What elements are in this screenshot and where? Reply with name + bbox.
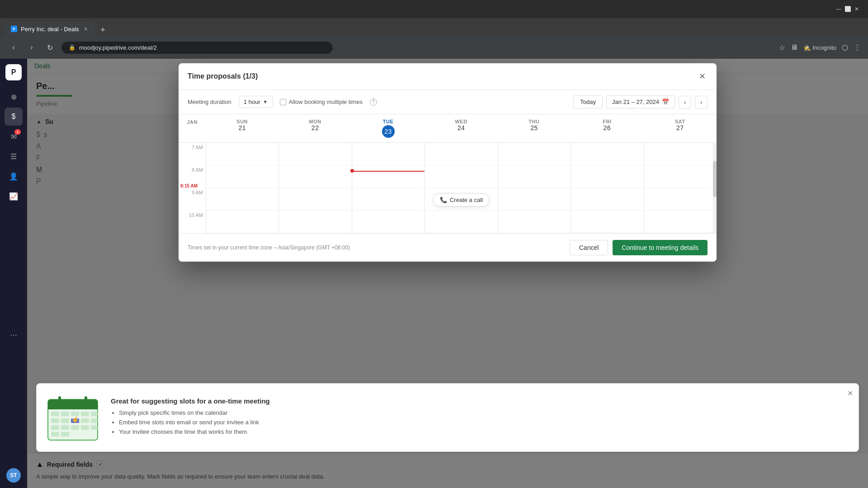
continue-button[interactable]: Continue to meeting details bbox=[613, 240, 708, 255]
scrollbar-thumb[interactable] bbox=[713, 161, 717, 197]
slot-thu-9am[interactable] bbox=[498, 188, 571, 211]
time-column: 7 AM 8 AM 8:15 AM 9 AM 10 AM bbox=[179, 143, 206, 233]
reload-button[interactable]: ↻ bbox=[43, 41, 56, 54]
sidebar-item-home[interactable]: ⊕ bbox=[5, 88, 23, 106]
month-label: JAN bbox=[179, 114, 206, 142]
mon-short: MON bbox=[278, 119, 351, 124]
day-col-fri[interactable] bbox=[571, 143, 643, 233]
current-time-label: 8:15 AM bbox=[180, 183, 198, 188]
prev-week-button[interactable]: ‹ bbox=[679, 96, 691, 108]
user-avatar[interactable]: ST bbox=[6, 468, 21, 483]
slot-sun-8am[interactable] bbox=[206, 165, 278, 188]
incognito-badge: 🕵 Incognito bbox=[803, 44, 836, 51]
slot-sun-9am[interactable] bbox=[206, 188, 278, 211]
slot-sat-9am[interactable] bbox=[644, 188, 717, 211]
slot-fri-7am[interactable] bbox=[571, 143, 643, 165]
slot-wed-8am[interactable] bbox=[425, 165, 497, 188]
day-col-sat[interactable] bbox=[644, 143, 717, 233]
slot-sat-8am[interactable] bbox=[644, 165, 717, 188]
back-button[interactable]: ‹ bbox=[7, 41, 20, 54]
new-tab-button[interactable]: + bbox=[97, 23, 109, 36]
tab-close-icon[interactable]: ✕ bbox=[83, 25, 89, 33]
slot-tue-10am[interactable] bbox=[352, 211, 425, 233]
sun-short: SUN bbox=[206, 119, 278, 124]
calendar-icon: 📅 bbox=[662, 99, 669, 105]
tue-num: 23 bbox=[352, 125, 425, 138]
sidebar-item-activities[interactable]: ☰ bbox=[5, 147, 23, 165]
sidebar-item-mail[interactable]: ✉ 1 bbox=[5, 127, 23, 145]
slot-mon-8am[interactable] bbox=[279, 165, 351, 188]
allow-multiple-checkbox-wrapper[interactable]: Allow booking multiple times bbox=[280, 99, 363, 105]
slot-sun-10am[interactable] bbox=[206, 211, 278, 233]
forward-button[interactable]: › bbox=[25, 41, 38, 54]
url-bar[interactable]: 🔒 moodjoy.pipedrive.com/deal/2 bbox=[61, 42, 333, 54]
mon-num: 22 bbox=[278, 124, 351, 131]
modal-close-button[interactable]: ✕ bbox=[697, 70, 708, 82]
date-range-button[interactable]: Jan 21 – 27, 2024 📅 bbox=[606, 95, 675, 108]
create-call-button[interactable]: 📞 Create a call bbox=[433, 193, 490, 206]
cast-icon[interactable]: 🖥 bbox=[791, 43, 798, 52]
slot-thu-10am[interactable] bbox=[498, 211, 571, 233]
current-time-dot bbox=[350, 169, 354, 173]
address-bar: ‹ › ↻ 🔒 moodjoy.pipedrive.com/deal/2 ☆ 🖥… bbox=[0, 36, 868, 59]
activities-icon: ☰ bbox=[10, 152, 17, 161]
dropdown-chevron-icon: ▼ bbox=[263, 99, 268, 104]
slot-sat-10am[interactable] bbox=[644, 211, 717, 233]
cal-header-mon: MON 22 bbox=[278, 114, 351, 142]
duration-select[interactable]: 1 hour ▼ bbox=[239, 96, 273, 108]
duration-value: 1 hour bbox=[244, 99, 260, 105]
close-button[interactable]: ✕ bbox=[854, 6, 860, 12]
date-range-text: Jan 21 – 27, 2024 bbox=[612, 99, 659, 105]
current-time-line bbox=[352, 171, 425, 172]
active-tab[interactable]: P Perry Inc. deal - Deals ✕ bbox=[5, 22, 95, 36]
help-icon[interactable]: ? bbox=[370, 99, 377, 106]
calendar-scrollbar[interactable] bbox=[713, 143, 717, 233]
cancel-button[interactable]: Cancel bbox=[570, 240, 609, 255]
browser-controls: — ⬜ ✕ bbox=[835, 6, 860, 12]
day-col-mon[interactable] bbox=[278, 143, 351, 233]
slot-wed-7am[interactable] bbox=[425, 143, 497, 165]
sidebar-item-more[interactable]: ⋯ bbox=[5, 326, 23, 344]
day-col-sun[interactable] bbox=[206, 143, 278, 233]
create-call-label: Create a call bbox=[450, 197, 483, 203]
slot-wed-10am[interactable] bbox=[425, 211, 497, 233]
sidebar-item-reports[interactable]: 📈 bbox=[5, 187, 23, 205]
browser-titlebar: — ⬜ ✕ bbox=[0, 0, 868, 18]
sat-short: SAT bbox=[644, 119, 717, 124]
menu-icon[interactable]: ⋮ bbox=[854, 43, 861, 52]
day-col-tue[interactable] bbox=[352, 143, 425, 233]
wed-num: 24 bbox=[425, 124, 497, 131]
sidebar-item-deals[interactable]: $ bbox=[5, 108, 23, 126]
slot-tue-8am[interactable] bbox=[352, 165, 425, 188]
slot-mon-10am[interactable] bbox=[279, 211, 351, 233]
slot-thu-7am[interactable] bbox=[498, 143, 571, 165]
minimize-button[interactable]: — bbox=[835, 6, 842, 12]
slot-tue-7am[interactable] bbox=[352, 143, 425, 165]
time-7am: 7 AM bbox=[179, 143, 206, 165]
pipedrive-logo[interactable]: P bbox=[5, 64, 22, 80]
slot-wed-9am[interactable]: 📞 Create a call bbox=[425, 188, 497, 211]
bookmark-star-icon[interactable]: ☆ bbox=[779, 43, 785, 52]
slot-mon-7am[interactable] bbox=[279, 143, 351, 165]
slot-fri-8am[interactable] bbox=[571, 165, 643, 188]
slot-mon-9am[interactable] bbox=[279, 188, 351, 211]
incognito-label: Incognito bbox=[812, 44, 836, 51]
today-button[interactable]: Today bbox=[573, 95, 603, 108]
slot-fri-10am[interactable] bbox=[571, 211, 643, 233]
maximize-button[interactable]: ⬜ bbox=[844, 6, 851, 12]
day-col-wed[interactable]: 📞 Create a call bbox=[425, 143, 497, 233]
cal-header-sat: SAT 27 bbox=[644, 114, 717, 142]
sidebar-item-contacts[interactable]: 👤 bbox=[5, 167, 23, 185]
day-col-thu[interactable] bbox=[498, 143, 571, 233]
slot-tue-9am[interactable] bbox=[352, 188, 425, 211]
slot-sun-7am[interactable] bbox=[206, 143, 278, 165]
next-week-button[interactable]: › bbox=[695, 96, 708, 108]
slot-thu-8am[interactable] bbox=[498, 165, 571, 188]
page-content: Deals Pe... Pipeline ▲ Su $ $ A F M P bbox=[27, 59, 868, 488]
time-9am: 9 AM bbox=[179, 188, 206, 211]
slot-sat-7am[interactable] bbox=[644, 143, 717, 165]
slot-fri-9am[interactable] bbox=[571, 188, 643, 211]
extensions-icon[interactable]: ⬡ bbox=[842, 43, 848, 52]
duration-label: Meeting duration bbox=[188, 99, 231, 105]
allow-multiple-checkbox[interactable] bbox=[280, 99, 286, 105]
